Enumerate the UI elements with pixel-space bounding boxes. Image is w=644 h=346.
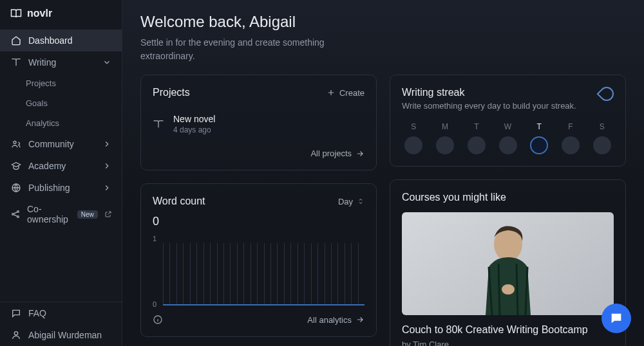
main-content: Welcome back, Abigail Settle in for the … [122, 0, 644, 346]
project-item[interactable]: New novel 4 days ago [153, 107, 365, 141]
projects-title: Projects [153, 87, 190, 98]
course-title: Couch to 80k Creative Writing Bootcamp [402, 324, 614, 336]
book-open-icon [153, 118, 164, 130]
sidebar-item-community[interactable]: Community [0, 133, 122, 155]
create-project-button[interactable]: Create [327, 88, 365, 98]
project-meta: 4 days ago [173, 125, 215, 134]
wordcount-chart: 1 0 [163, 235, 365, 305]
nav-label: Writing [28, 57, 56, 68]
sidebar-item-projects[interactable]: Projects [0, 73, 122, 93]
chevron-down-icon [102, 58, 111, 67]
day-label: T [474, 122, 478, 131]
arrow-right-icon [355, 315, 365, 324]
course-author: by Tim Clare [402, 340, 614, 346]
brand-logo[interactable]: novlr [0, 0, 122, 27]
wordcount-title: Word count [153, 196, 205, 207]
sidebar-item-writing[interactable]: Writing [0, 51, 122, 73]
day-circle [530, 136, 548, 154]
chart-grid [163, 235, 365, 305]
sidebar-item-academy[interactable]: Academy [0, 155, 122, 177]
course-image[interactable] [402, 212, 614, 315]
day-circle [499, 136, 517, 154]
sidebar-item-analytics[interactable]: Analytics [0, 113, 122, 133]
streak-day: F [559, 122, 583, 154]
book-icon [10, 57, 22, 68]
day-label: F [568, 122, 573, 131]
chevron-right-icon [102, 161, 111, 170]
streak-title: Writing streak [402, 87, 576, 98]
streak-subtitle: Write something every day to build your … [402, 101, 576, 111]
sidebar-item-publishing[interactable]: Publishing [0, 177, 122, 199]
streak-day: M [433, 122, 457, 154]
nav-list: Dashboard Writing Projects Goals Analyti… [0, 27, 122, 302]
period-select[interactable]: Day [338, 197, 365, 206]
streak-days: SMTWTFS [402, 122, 614, 154]
info-icon[interactable] [153, 314, 163, 325]
welcome-block: Welcome back, Abigail Settle in for the … [140, 13, 626, 63]
nav-label: Community [28, 139, 74, 149]
users-icon [10, 138, 22, 150]
chevron-right-icon [102, 140, 111, 149]
streak-day: T [527, 122, 551, 154]
day-circle [562, 136, 580, 154]
external-link-icon [104, 210, 112, 218]
wordcount-value: 0 [153, 215, 365, 228]
sidebar-item-dashboard[interactable]: Dashboard [0, 30, 122, 51]
brand-name: novlr [27, 8, 52, 19]
page-title: Welcome back, Abigail [140, 13, 626, 31]
projects-card: Projects Create New novel 4 days ago [140, 75, 377, 170]
svg-point-2 [12, 214, 14, 215]
streak-day: S [590, 122, 614, 154]
graduation-cap-icon [10, 160, 22, 172]
day-circle [468, 136, 486, 154]
nav-label: Co-ownership [27, 204, 68, 224]
chat-icon [609, 311, 623, 325]
sidebar-item-coownership[interactable]: Co-ownership New [0, 199, 122, 230]
day-circle [404, 136, 422, 154]
streak-day: W [496, 122, 520, 154]
chat-button[interactable] [601, 304, 631, 333]
sidebar-bottom: FAQ Abigail Wurdeman [0, 302, 122, 346]
wordcount-card: Word count Day 0 1 0 [140, 183, 377, 337]
home-icon [10, 35, 22, 46]
day-label: S [411, 122, 416, 131]
day-label: W [504, 122, 511, 131]
courses-card: Courses you might like Couch to 80k Crea… [390, 179, 626, 346]
streak-card: Writing streak Write something every day… [390, 75, 626, 167]
svg-point-5 [14, 332, 17, 335]
nav-label: Abigail Wurdeman [28, 330, 102, 340]
all-projects-link[interactable]: All projects [153, 149, 365, 158]
svg-point-3 [17, 211, 19, 213]
page-subtitle: Settle in for the evening and create som… [140, 36, 359, 63]
day-label: T [537, 122, 542, 131]
sidebar: novlr Dashboard Writing Projects Goals A… [0, 0, 122, 346]
day-label: S [600, 122, 605, 131]
flame-icon [596, 84, 616, 104]
day-label: M [442, 122, 448, 131]
svg-point-0 [14, 141, 16, 143]
book-open-icon [10, 8, 22, 19]
day-circle [593, 136, 611, 154]
all-analytics-link[interactable]: All analytics [307, 315, 365, 325]
sidebar-item-user[interactable]: Abigail Wurdeman [0, 324, 122, 346]
chevron-right-icon [102, 183, 111, 192]
streak-day: S [402, 122, 426, 154]
nav-label: Academy [28, 161, 66, 171]
person-illustration [466, 219, 550, 315]
sidebar-item-faq[interactable]: FAQ [0, 302, 122, 324]
sort-icon [357, 197, 365, 205]
create-label: Create [339, 88, 365, 98]
nav-label: Dashboard [28, 35, 73, 46]
sidebar-item-goals[interactable]: Goals [0, 93, 122, 113]
new-badge: New [77, 210, 98, 219]
day-circle [436, 136, 454, 154]
nav-label: Publishing [28, 183, 70, 193]
svg-point-4 [17, 216, 19, 218]
plus-icon [327, 88, 336, 97]
user-icon [10, 329, 22, 341]
streak-day: T [464, 122, 488, 154]
chart-y-bottom: 0 [153, 300, 156, 308]
globe-icon [10, 182, 22, 194]
share-icon [10, 208, 21, 220]
nav-label: FAQ [28, 308, 46, 318]
